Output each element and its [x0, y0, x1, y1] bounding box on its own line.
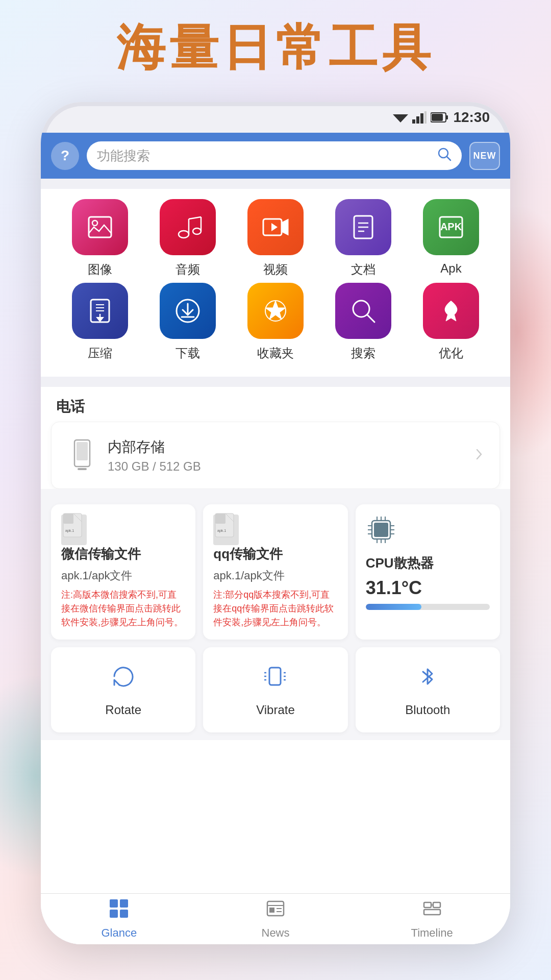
- svg-rect-3: [420, 113, 423, 124]
- qq-file-label: apk.1/apk文件: [213, 568, 337, 584]
- app-icon-optimize: [423, 283, 479, 339]
- widget-row: apk.1 微信传输文件 apk.1/apk文件 注:高版本微信搜索不到,可直接…: [41, 497, 510, 647]
- phone-frame: 12:30 ? 功能搜索 NEW: [41, 102, 510, 944]
- svg-text:apk.1: apk.1: [217, 529, 226, 533]
- search-icon[interactable]: [437, 147, 452, 165]
- svg-point-11: [92, 220, 97, 226]
- svg-rect-69: [120, 899, 128, 908]
- glance-label: Glance: [101, 926, 137, 940]
- vibrate-label: Vibrate: [256, 703, 295, 717]
- cpu-bar-bg: [366, 604, 490, 610]
- search-bar[interactable]: 功能搜索: [87, 141, 462, 170]
- app-label-optimize: 优化: [439, 345, 463, 361]
- new-badge[interactable]: NEW: [469, 142, 500, 170]
- storage-card[interactable]: 内部存储 130 GB / 512 GB: [51, 422, 500, 489]
- nav-item-news[interactable]: News: [197, 894, 354, 944]
- cpu-bar-fill: [366, 604, 421, 610]
- timeline-icon: [422, 898, 442, 923]
- app-row-1: 图像 音频: [56, 199, 495, 278]
- app-item-compress[interactable]: 压缩: [64, 283, 136, 361]
- svg-text:APK: APK: [440, 221, 462, 232]
- app-item-doc[interactable]: 文档: [328, 199, 399, 278]
- status-time: 12:30: [453, 109, 490, 126]
- page-title: 海量日常工具: [0, 15, 551, 82]
- svg-marker-18: [271, 223, 278, 231]
- wechat-title: 微信传输文件: [61, 545, 185, 563]
- app-grid: 图像 音频: [41, 189, 510, 377]
- app-row-2: 压缩 下载: [56, 283, 495, 361]
- separator-3: [41, 489, 510, 497]
- scroll-content[interactable]: 图像 音频: [41, 179, 510, 893]
- app-icon-apk: APK: [423, 199, 479, 255]
- svg-line-16: [189, 217, 201, 219]
- svg-line-37: [367, 315, 374, 322]
- rotate-icon: [109, 663, 137, 697]
- storage-title: 内部存储: [108, 437, 464, 457]
- svg-line-9: [447, 157, 450, 160]
- app-label-favorite: 收藏夹: [257, 345, 294, 361]
- new-badge-label: NEW: [473, 151, 496, 161]
- wechat-file-icon: apk.1: [61, 514, 87, 545]
- app-icon-compress: [72, 283, 128, 339]
- qq-file-icon: apk.1: [213, 514, 239, 545]
- app-item-audio[interactable]: 音频: [152, 199, 223, 278]
- app-item-video[interactable]: 视频: [240, 199, 311, 278]
- app-item-image[interactable]: 图像: [64, 199, 136, 278]
- wechat-note: 注:高版本微信搜索不到,可直接在微信传输界面点击跳转此软件安装,步骤见左上角问号…: [61, 588, 185, 629]
- app-icon-search: [335, 283, 391, 339]
- svg-rect-1: [412, 119, 415, 124]
- tools-row: Rotate Vibrate: [41, 647, 510, 740]
- nav-item-glance[interactable]: Glance: [41, 894, 197, 944]
- help-button[interactable]: ?: [51, 142, 79, 170]
- qq-note: 注:部分qq版本搜索不到,可直接在qq传输界面点击跳转此软件安装,步骤见左上角问…: [213, 588, 337, 629]
- storage-info: 内部存储 130 GB / 512 GB: [108, 437, 464, 474]
- app-label-download: 下载: [176, 345, 200, 361]
- widget-wechat-card[interactable]: apk.1 微信传输文件 apk.1/apk文件 注:高版本微信搜索不到,可直接…: [51, 504, 195, 640]
- tool-rotate-card[interactable]: Rotate: [51, 647, 195, 732]
- app-item-apk[interactable]: APK Apk: [415, 199, 487, 278]
- rotate-label: Rotate: [105, 703, 141, 717]
- nav-item-timeline[interactable]: Timeline: [354, 894, 510, 944]
- app-item-optimize[interactable]: 优化: [415, 283, 487, 361]
- search-placeholder: 功能搜索: [97, 147, 432, 165]
- app-item-favorite[interactable]: 收藏夹: [240, 283, 311, 361]
- widget-cpu-card[interactable]: CPU散热器 31.1°C: [356, 504, 500, 640]
- app-label-video: 视频: [263, 261, 288, 278]
- tool-vibrate-card[interactable]: Vibrate: [203, 647, 347, 732]
- svg-rect-70: [110, 910, 118, 918]
- cpu-icon: [366, 514, 490, 551]
- app-label-apk: Apk: [440, 261, 461, 276]
- widget-qq-card[interactable]: apk.1 qq传输文件 apk.1/apk文件 注:部分qq版本搜索不到,可直…: [203, 504, 347, 640]
- svg-rect-61: [269, 668, 281, 685]
- app-icon-video: [247, 199, 304, 255]
- app-item-download[interactable]: 下载: [152, 283, 223, 361]
- storage-chevron-icon: [474, 447, 484, 464]
- svg-rect-47: [374, 523, 388, 537]
- glance-icon: [109, 898, 129, 923]
- battery-icon: [431, 111, 449, 124]
- svg-rect-4: [424, 111, 427, 124]
- svg-marker-0: [393, 114, 408, 122]
- app-icon-download: [160, 283, 216, 339]
- bottom-nav: Glance News: [41, 893, 510, 944]
- app-icon-image: [72, 199, 128, 255]
- svg-rect-7: [432, 114, 443, 121]
- app-icon-favorite: [247, 283, 304, 339]
- tool-bluetooth-card[interactable]: Blutooth: [356, 647, 500, 732]
- news-icon: [265, 898, 286, 923]
- app-item-search[interactable]: 搜索: [328, 283, 399, 361]
- app-label-doc: 文档: [351, 261, 375, 278]
- svg-rect-45: [215, 513, 226, 524]
- svg-rect-2: [416, 116, 419, 124]
- svg-rect-68: [110, 899, 118, 908]
- bottom-spacer: [41, 740, 510, 750]
- app-icon-doc: [335, 199, 391, 255]
- news-label: News: [262, 926, 290, 940]
- svg-rect-71: [120, 910, 128, 918]
- svg-rect-42: [63, 513, 73, 524]
- vibrate-icon: [261, 663, 289, 697]
- cpu-title: CPU散热器: [366, 554, 490, 572]
- wechat-file-label: apk.1/apk文件: [61, 568, 185, 584]
- bluetooth-label: Blutooth: [405, 703, 450, 717]
- svg-rect-74: [269, 908, 274, 913]
